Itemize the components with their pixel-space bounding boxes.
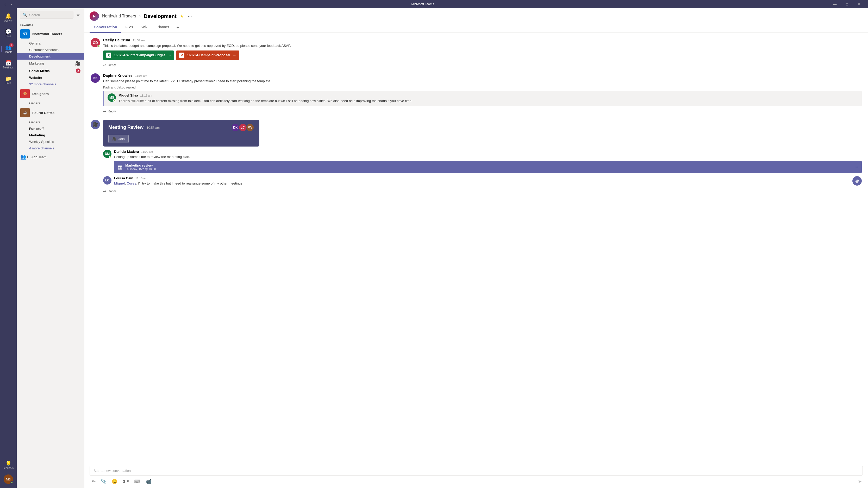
calendar-event-subtitle: Thursday, 15th @ 10:30 [125,167,156,170]
nav-chat[interactable]: 💬 Chat [1,26,16,41]
search-input[interactable]: 🔍 Search [20,11,73,19]
video-message-button[interactable]: 📹 [145,478,153,485]
sticker-button[interactable]: ⌨ [133,478,142,485]
fourth-coffee-more-channels[interactable]: 4 more channels [17,145,84,152]
meeting-reply-button[interactable]: ↩ Reply [103,188,862,194]
nav-activity[interactable]: 🔔 Activity [1,10,16,25]
team-designers[interactable]: 🎨 Designers ··· [17,88,84,100]
louisa-body: Miguel, Corey, I'll try to make this but… [114,181,850,186]
channel-weekly-specials[interactable]: Weekly Specials [17,138,84,145]
channel-fc-marketing[interactable]: Marketing [17,132,84,138]
activity-icon: 🔔 [5,13,12,19]
close-button[interactable]: ✕ [853,0,865,8]
favorite-star-icon[interactable]: ★ [180,13,184,19]
tab-conversation[interactable]: Conversation [90,23,121,33]
louisa-time: 11:15 am [135,177,147,180]
miguel-status [113,99,116,102]
northwind-more-channels[interactable]: 32 more channels [17,81,84,88]
daphne-avatar: DK [91,73,100,83]
compose-new-button[interactable]: ✏ [75,11,81,19]
ppt-file-more-icon[interactable]: ··· [233,53,236,58]
chat-icon: 💬 [5,29,12,34]
cecily-body: This is the latest budget and campaign p… [103,43,862,48]
designers-team-name: Designers [32,92,74,96]
send-button[interactable]: ➤ [858,479,862,484]
sub-msg-louisa: LC Louisa Cain 11:15 am Miguel, Corey, I… [103,176,862,186]
messages-area: CD Cecily De Crum 11:00 am This is the l… [84,33,868,463]
excel-file-more-icon[interactable]: ··· [167,53,171,58]
maximize-button[interactable]: □ [841,0,853,8]
compose-input-field[interactable]: Start a new conversation [90,466,863,476]
join-meeting-button[interactable]: 🎥 Join [108,135,129,143]
fourth-coffee-avatar: ☕ [20,108,30,118]
emoji-button[interactable]: 😊 [111,478,119,485]
channel-fc-general[interactable]: General [17,119,84,125]
channel-development[interactable]: Development [17,53,84,60]
channel-designers-general[interactable]: General [17,100,84,106]
feedback-icon: 💡 [5,461,12,466]
sidebar-teams-list: Favorites NT Northwind Traders ··· Gener… [17,21,84,488]
channel-social-media[interactable]: Social Media 2 [17,67,84,74]
minimize-button[interactable]: — [829,0,841,8]
daphne-reply-button[interactable]: ↩ Reply [103,108,862,115]
cecily-avatar: CD [91,38,100,47]
nav-controls[interactable]: ‹ › [3,2,13,7]
team-fourth-coffee[interactable]: ☕ Fourth Coffee ··· [17,106,84,119]
channel-customer-accounts[interactable]: Customer Accounts [17,46,84,53]
add-tab-button[interactable]: + [174,23,183,33]
add-team-icon: 👥+ [20,154,29,160]
calendar-icon: ▦ [118,164,123,170]
app-title: Microsoft Teams [17,2,829,6]
channel-nt-general[interactable]: General [17,40,84,46]
channel-fc-fun-stuff[interactable]: Fun stuff [17,125,84,132]
channel-header-top: N Northwind Traders › Development ★ ··· [90,11,863,21]
channel-more-options-button[interactable]: ··· [187,12,193,20]
nav-activity-label: Activity [4,19,12,22]
favorites-label: Favorites [17,21,84,28]
cecily-reply-button[interactable]: ↩ Reply [103,62,862,68]
sub-msg-daniela: DM Daniela Madera 11:00 am Setting up so… [103,150,862,173]
daniela-msg-header: Daniela Madera 11:00 am [114,150,862,154]
gif-button[interactable]: GIF [122,478,130,485]
channel-website[interactable]: Website [17,74,84,81]
nav-back-button[interactable]: ‹ [3,2,7,7]
daniela-author: Daniela Madera [114,150,139,154]
add-team-button[interactable]: 👥+ Add Team [17,152,84,162]
channel-marketing[interactable]: Marketing 🎥 [17,60,84,67]
tab-files[interactable]: Files [121,23,137,33]
excel-file-card[interactable]: X 160724-WinterCampaignBudget ··· [103,51,174,60]
tab-wiki[interactable]: Wiki [137,23,152,33]
nav-rail: 🔔 Activity 💬 Chat 2 👥 Teams 📅 Meetings 📁… [0,8,17,488]
channel-team-name: Northwind Traders [102,14,136,19]
mention-miguel: Miguel [114,182,125,185]
search-icon: 🔍 [23,13,27,17]
social-media-badge: 2 [76,68,81,73]
window-controls[interactable]: — □ ✕ [829,0,865,8]
nav-meetings[interactable]: 📅 Meetings [1,57,16,72]
nav-files-label: Files [5,82,11,85]
excel-file-icon: X [106,53,111,58]
main-content: N Northwind Traders › Development ★ ··· … [84,8,868,488]
user-avatar[interactable]: Me [4,475,13,484]
ppt-file-card[interactable]: P 160724-CampaignProposal ··· [176,51,239,60]
calendar-card[interactable]: ▦ Marketing review Thursday, 15th @ 10:3… [114,161,862,173]
cecily-message-content: Cecily De Crum 11:00 am This is the late… [103,38,862,68]
nav-files[interactable]: 📁 Files [1,73,16,88]
team-northwind-traders[interactable]: NT Northwind Traders ··· [17,28,84,40]
nav-forward-button[interactable]: › [9,2,13,7]
format-text-button[interactable]: ✏ [91,478,97,485]
nav-chat-label: Chat [5,35,11,38]
calendar-card-more-icon[interactable]: ··· [855,165,858,169]
nav-teams-label: Teams [4,51,12,53]
mention-corey: Corey [127,182,136,185]
user-status-indicator [10,481,13,484]
search-placeholder: Search [29,13,40,17]
channel-name: Development [144,13,177,19]
attach-file-button[interactable]: 📎 [100,478,107,485]
miguel-reply: MS Miguel Silva 11:16 am There's still q… [103,91,862,106]
nav-teams[interactable]: 2 👥 Teams [1,42,16,56]
nav-feedback[interactable]: 💡 Feedback [1,458,16,473]
tab-planner[interactable]: Planner [152,23,173,33]
meeting-card: Meeting Review 10:58 am DK LC MV 🎥 J [103,120,259,147]
calendar-event-title: Marketing review [125,163,156,167]
